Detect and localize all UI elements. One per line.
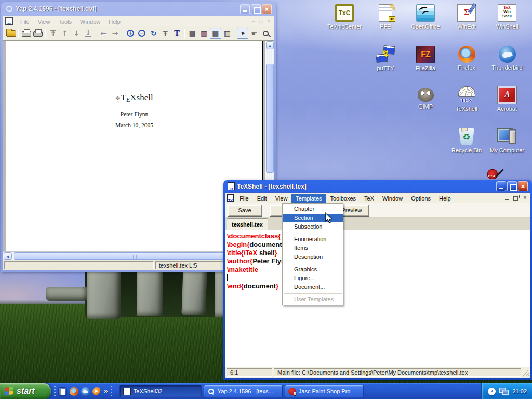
texshell-menu-toolboxes[interactable]: Toolboxes	[326, 194, 361, 203]
templates-menu-item-section[interactable]: Section	[283, 214, 343, 222]
tex-task-icon	[123, 388, 131, 395]
minimize-button[interactable]	[240, 4, 250, 14]
print-icon[interactable]	[20, 28, 32, 39]
print-range-icon[interactable]	[32, 28, 44, 39]
taskbar-button-jasc-paint-shop-pro[interactable]: 8Jasc Paint Shop Pro	[285, 385, 364, 397]
desktop-icon-gimp[interactable]: GIMP	[407, 86, 444, 110]
desktop-icon-label: OpenOffice	[407, 23, 444, 30]
desktop-icon-thunderbird[interactable]: Thunderbird	[489, 46, 525, 71]
taskbar: start » TeXShell32Yap 2.4.1596 - [texs..…	[0, 383, 532, 399]
templates-menu-item-document[interactable]: Document...	[283, 283, 343, 291]
firefox-icon[interactable]	[70, 387, 78, 396]
last-page-icon[interactable]: ↓	[83, 28, 94, 39]
tray-chevron-button[interactable]: ‹	[488, 388, 496, 395]
save-button[interactable]: Save	[228, 205, 262, 216]
desktop-icon-winshell[interactable]: TeXWin ShellWinShell	[489, 4, 525, 30]
tab-texshell-tex[interactable]: texshell.tex	[227, 218, 268, 230]
toolbar-grip[interactable]	[54, 386, 56, 396]
hand-tool-icon[interactable]: ☛	[248, 28, 260, 39]
single-page-view-icon[interactable]: ▤	[187, 28, 198, 39]
desktop-icon-filezilla[interactable]: FZFileZilla	[407, 46, 444, 71]
zoom-out-icon[interactable]: −	[136, 28, 148, 39]
templates-menu-item-subsection[interactable]: Subsection	[283, 222, 343, 231]
close-button[interactable]: ×	[518, 181, 528, 191]
magnifier-tool-icon[interactable]	[260, 28, 272, 39]
media-player-icon[interactable]	[92, 387, 101, 396]
desktop-icon-putty[interactable]: ↯puTTY	[367, 46, 404, 71]
desktop-icon-winedt[interactable]: ΣWinEdt	[448, 4, 485, 30]
open-file-icon[interactable]	[5, 28, 17, 39]
templates-menu-item-graphics[interactable]: Graphics...	[283, 265, 343, 274]
templates-menu-item-user-templates[interactable]: User Templates	[283, 295, 343, 304]
yap-menu-window[interactable]: Window	[76, 18, 104, 26]
refresh-icon[interactable]: ↻	[148, 28, 159, 39]
continuous-view-icon[interactable]: ▤	[210, 28, 221, 39]
toolbar-grip[interactable]	[111, 386, 112, 396]
templates-menu-item-chapter[interactable]: Chapter	[283, 205, 343, 214]
templates-menu-item-description[interactable]: Description	[283, 252, 343, 261]
texshell-menu-templates[interactable]: Templates	[291, 194, 326, 203]
maximize-button[interactable]	[507, 181, 517, 191]
horizontal-scroll-thumb[interactable]	[14, 252, 257, 260]
texshell-menu-window[interactable]: Window	[378, 194, 407, 203]
internet-explorer-icon[interactable]	[58, 387, 67, 396]
yap-menu-help[interactable]: Help	[104, 18, 125, 26]
desktop-icon-firefox[interactable]: Firefox	[448, 46, 485, 71]
overflow-chevron[interactable]: »	[104, 388, 108, 394]
yap-menu-file[interactable]: File	[16, 18, 34, 26]
yap-menu-tools[interactable]: Tools	[54, 18, 76, 26]
templates-menu-item-figure[interactable]: Figure...	[283, 274, 343, 283]
texshell-menu-file[interactable]: File	[235, 194, 253, 203]
forward-icon[interactable]: →	[109, 28, 121, 39]
start-label: start	[17, 387, 35, 395]
yap-menu-view[interactable]: View	[34, 18, 55, 26]
child-minimize-button[interactable]	[504, 195, 511, 201]
desktop-icon-texniccenter[interactable]: TxCTeXnicCenter	[326, 4, 363, 30]
text-tool-icon[interactable]: T	[171, 28, 182, 39]
desktop-icon-paint-shop-pro[interactable]: PSP	[487, 170, 498, 180]
desktop-icon-acrobat[interactable]: AAcrobat	[489, 86, 525, 112]
desktop-icon-recycle-bin[interactable]: ♻Recycle Bin	[448, 128, 485, 153]
resize-grip[interactable]	[523, 369, 529, 376]
scroll-left-button[interactable]: ◀	[4, 252, 12, 260]
texshell-window[interactable]: TX TeXShell - [texshell.tex] × TX FileEd…	[223, 180, 532, 380]
yap-titlebar[interactable]: Yap 2.4.1596 - [texshell.dvi] ×	[3, 2, 274, 16]
maximize-button[interactable]	[251, 4, 261, 14]
child-close-button[interactable]: ×	[522, 195, 528, 201]
first-page-icon[interactable]: ↑	[47, 28, 59, 39]
menu-separator	[284, 263, 342, 263]
zoom-in-icon[interactable]: +	[125, 28, 136, 39]
back-icon[interactable]: ←	[98, 28, 109, 39]
select-tool-icon[interactable]: ➤	[237, 28, 248, 39]
child-restore-button[interactable]	[513, 195, 520, 201]
taskbar-button-yap-2-4-1596-texs[interactable]: Yap 2.4.1596 - [texs...	[204, 385, 283, 397]
code-editor[interactable]: \documentclass{\begin{document}\title{\T…	[225, 231, 530, 367]
desktop-icon-openoffice[interactable]: OpenOffice	[407, 4, 444, 30]
texshell-menu-view[interactable]: View	[271, 194, 292, 203]
texshell-menu-edit[interactable]: Edit	[253, 194, 271, 203]
texshell-menu-help[interactable]: Help	[435, 194, 455, 203]
vertical-scroll-thumb[interactable]	[266, 64, 274, 173]
ruler-tool-icon[interactable]: Ŧ	[159, 28, 171, 39]
desktop-icon-my-computer[interactable]: My Computer	[489, 128, 525, 153]
start-button[interactable]: start	[0, 383, 51, 399]
desktop-icon-pfe[interactable]: 32PFE	[367, 4, 404, 30]
texshell-titlebar[interactable]: TX TeXShell - [texshell.tex] ×	[225, 180, 530, 192]
taskbar-button-texshell32[interactable]: TeXShell32	[119, 385, 202, 397]
scroll-up-button[interactable]: ▲	[266, 41, 274, 49]
network-status-icon[interactable]	[499, 388, 509, 395]
cursor-position: 6:1	[227, 368, 272, 377]
previous-page-icon[interactable]: ↑	[59, 28, 71, 39]
next-page-icon[interactable]: ↓	[71, 28, 82, 39]
templates-menu-item-items[interactable]: Items	[283, 244, 343, 252]
texshell-menu-options[interactable]: Options	[407, 194, 435, 203]
minimize-button[interactable]	[496, 181, 506, 191]
close-button[interactable]: ×	[262, 4, 272, 14]
thunderbird-icon[interactable]	[81, 387, 90, 396]
recycle-bin-icon: ♻	[459, 128, 474, 145]
desktop-icon-texshell[interactable]: TEXTeXshell	[448, 86, 485, 112]
continuous-facing-view-icon[interactable]: ▥	[221, 28, 233, 39]
templates-menu-item-enumeration[interactable]: Enumeration	[283, 235, 343, 244]
texshell-menu-tex[interactable]: TeX	[360, 194, 378, 203]
facing-pages-view-icon[interactable]: ▥	[198, 28, 209, 39]
